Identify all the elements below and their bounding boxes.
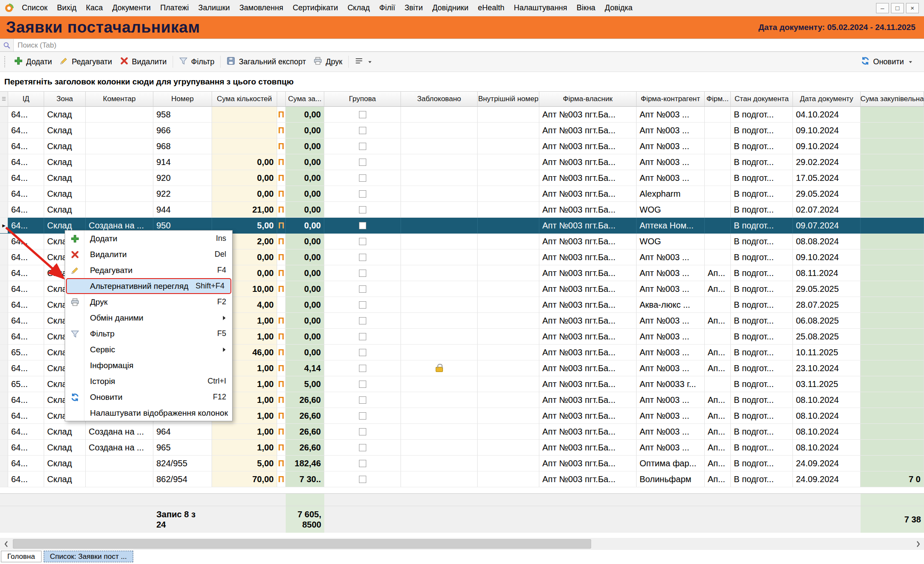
cell-group[interactable] xyxy=(324,440,401,456)
cell-group[interactable] xyxy=(324,265,401,281)
scroll-left-icon[interactable] xyxy=(0,538,12,550)
cell-group[interactable] xyxy=(324,107,401,123)
add-button[interactable]: Додати xyxy=(10,54,56,70)
column-header-4[interactable]: Сума кількостей xyxy=(212,92,277,106)
view-options-button[interactable] xyxy=(351,54,376,70)
menubar-item-0[interactable]: Список xyxy=(17,1,52,15)
column-chooser-icon[interactable] xyxy=(0,92,8,106)
toolbar-grip[interactable] xyxy=(4,56,7,67)
table-row[interactable]: 64...СкладСоздана на ...9651,00П26,60Апт… xyxy=(0,440,924,456)
context-menu-item-5[interactable]: Обмін даними xyxy=(65,310,232,326)
cell-group[interactable] xyxy=(324,186,401,202)
group-checkbox[interactable] xyxy=(359,190,366,198)
export-button[interactable]: Загальний експорт xyxy=(223,54,310,70)
column-header-12[interactable]: Фірм... xyxy=(705,92,731,106)
group-checkbox[interactable] xyxy=(359,285,366,293)
table-row[interactable]: 64...Склад958П0,00Апт №003 пгт.Ба...Апт … xyxy=(0,107,924,123)
group-checkbox[interactable] xyxy=(359,159,366,166)
table-row[interactable]: 64...Склад9140,00П0,00Апт №003 пгт.Ба...… xyxy=(0,154,924,170)
cell-group[interactable] xyxy=(324,345,401,360)
menubar-item-2[interactable]: Каса xyxy=(81,1,108,15)
restore-button[interactable]: □ xyxy=(891,3,904,13)
group-checkbox[interactable] xyxy=(359,444,366,451)
group-checkbox[interactable] xyxy=(359,412,366,420)
menubar-item-3[interactable]: Документи xyxy=(108,1,155,15)
group-checkbox[interactable] xyxy=(359,270,366,277)
menubar-item-11[interactable]: Довідники xyxy=(428,1,473,15)
context-menu-item-7[interactable]: Сервіс xyxy=(65,342,232,357)
group-checkbox[interactable] xyxy=(359,301,366,309)
group-checkbox[interactable] xyxy=(359,349,366,356)
h-scrollbar[interactable] xyxy=(0,538,924,550)
cell-group[interactable] xyxy=(324,408,401,424)
group-checkbox[interactable] xyxy=(359,333,366,340)
column-header-6[interactable]: Сума за... xyxy=(286,92,324,106)
group-checkbox[interactable] xyxy=(359,206,366,213)
group-checkbox[interactable] xyxy=(359,381,366,388)
cell-group[interactable] xyxy=(324,329,401,345)
menubar-item-5[interactable]: Залишки xyxy=(194,1,235,15)
context-menu-item-0[interactable]: ДодатиIns xyxy=(65,231,232,246)
column-header-3[interactable]: Номер xyxy=(153,92,212,106)
group-checkbox[interactable] xyxy=(359,396,366,404)
group-checkbox[interactable] xyxy=(359,476,366,483)
menubar-item-10[interactable]: Звіти xyxy=(400,1,428,15)
scroll-right-icon[interactable] xyxy=(912,538,924,550)
cell-group[interactable] xyxy=(324,154,401,170)
context-menu-item-2[interactable]: РедагуватиF4 xyxy=(65,262,232,278)
context-menu-item-6[interactable]: ФільтрF5 xyxy=(65,326,232,342)
cell-group[interactable] xyxy=(324,170,401,186)
table-row[interactable]: 64...Склад9220,00П0,00Апт №003 пгт.Ба...… xyxy=(0,186,924,202)
menubar-item-13[interactable]: Налаштування xyxy=(509,1,572,15)
edit-button[interactable]: Редагувати xyxy=(56,54,116,70)
group-checkbox[interactable] xyxy=(359,174,366,182)
column-header-13[interactable]: Стан документа xyxy=(731,92,793,106)
column-header-8[interactable]: Заблоковано xyxy=(401,92,478,106)
group-checkbox[interactable] xyxy=(359,238,366,245)
context-menu-item-8[interactable]: Інформація xyxy=(65,357,232,373)
menubar-item-12[interactable]: eHealth xyxy=(473,1,509,15)
column-header-1[interactable]: Зона xyxy=(44,92,86,106)
table-row[interactable]: 64...СкладСоздана на ...9641,00П26,60Апт… xyxy=(0,424,924,440)
group-checkbox[interactable] xyxy=(359,254,366,261)
column-header-0[interactable]: ІД xyxy=(8,92,44,106)
search-input[interactable] xyxy=(14,39,924,51)
group-checkbox[interactable] xyxy=(359,365,366,372)
delete-button[interactable]: Видалити xyxy=(116,54,170,70)
column-header-5[interactable] xyxy=(277,92,286,106)
scrollbar-thumb[interactable] xyxy=(13,539,591,549)
cell-group[interactable] xyxy=(324,360,401,376)
cell-group[interactable] xyxy=(324,313,401,329)
group-checkbox[interactable] xyxy=(359,111,366,118)
table-row[interactable]: 64...Склад94421,00П0,00Апт №003 пгт.Ба..… xyxy=(0,202,924,218)
tab-list-zayavki[interactable]: Список: Заявки пост ... xyxy=(44,551,133,562)
cell-group[interactable] xyxy=(324,123,401,138)
cell-group[interactable] xyxy=(324,297,401,313)
group-checkbox[interactable] xyxy=(359,127,366,134)
close-button[interactable]: × xyxy=(906,3,919,13)
cell-group[interactable] xyxy=(324,376,401,392)
cell-group[interactable] xyxy=(324,281,401,297)
context-menu-item-11[interactable]: Налаштувати відображення колонок xyxy=(65,405,232,421)
table-row[interactable]: 64...Склад968П0,00Апт №003 пгт.Ба...Апт … xyxy=(0,138,924,154)
menubar-item-7[interactable]: Сертифікати xyxy=(288,1,343,15)
group-checkbox[interactable] xyxy=(359,143,366,150)
menubar-item-15[interactable]: Довідка xyxy=(600,1,637,15)
column-header-11[interactable]: Фірма-контрагент xyxy=(637,92,705,106)
group-checkbox[interactable] xyxy=(359,317,366,324)
column-header-15[interactable]: Сума закупівельна xyxy=(861,92,924,106)
cell-group[interactable] xyxy=(324,202,401,218)
group-checkbox[interactable] xyxy=(359,428,366,435)
cell-group[interactable] xyxy=(324,456,401,471)
context-menu-item-4[interactable]: ДрукF2 xyxy=(65,294,232,310)
menubar-item-6[interactable]: Замовлення xyxy=(235,1,288,15)
cell-group[interactable] xyxy=(324,392,401,408)
column-header-7[interactable]: Групова xyxy=(324,92,401,106)
context-menu-item-10[interactable]: ОновитиF12 xyxy=(65,389,232,405)
cell-group[interactable] xyxy=(324,234,401,249)
table-row[interactable]: 64...Склад9200,00П0,00Апт №003 пгт.Ба...… xyxy=(0,170,924,186)
menubar-item-4[interactable]: Платежі xyxy=(155,1,194,15)
context-menu-item-9[interactable]: ІсторіяCtrl+I xyxy=(65,373,232,389)
cell-group[interactable] xyxy=(324,471,401,487)
column-header-2[interactable]: Коментар xyxy=(86,92,153,106)
